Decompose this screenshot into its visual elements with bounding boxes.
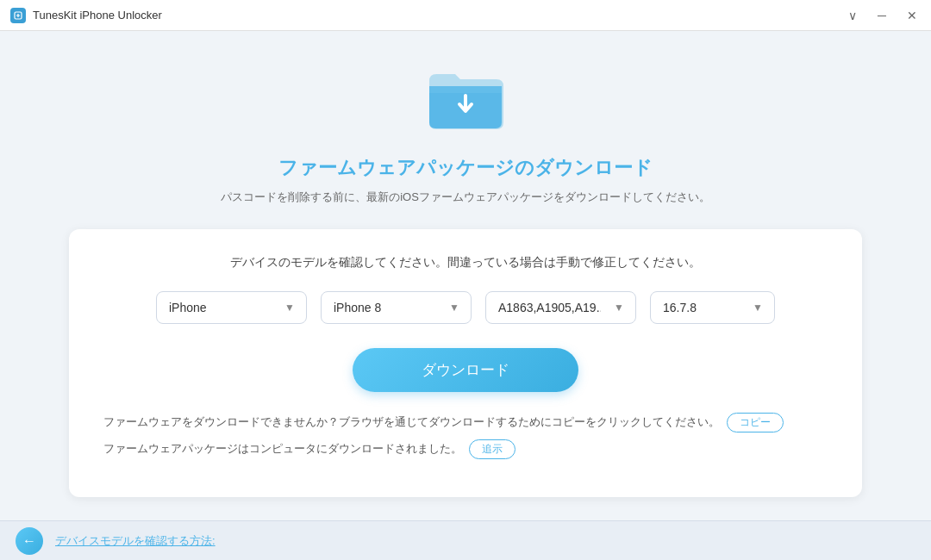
main-subtext: パスコードを削除する前に、最新のiOSファームウェアパッケージをダウンロードして… — [221, 190, 710, 205]
download-button[interactable]: ダウンロード — [353, 348, 578, 392]
app-icon — [10, 8, 26, 23]
title-bar: TunesKit iPhone Unlocker ∨ ─ ✕ — [0, 0, 931, 31]
title-bar-left: TunesKit iPhone Unlocker — [10, 8, 162, 23]
back-button[interactable]: ← — [16, 527, 43, 555]
maximize-button[interactable]: ∨ — [845, 8, 860, 23]
main-content: ファームウェアパッケージのダウンロード パスコードを削除する前に、最新のiOSフ… — [0, 31, 931, 514]
title-bar-controls: ∨ ─ ✕ — [845, 8, 921, 23]
info-line-1: ファームウェアをダウンロードできませんか？ブラウザを通じてダウンロードするために… — [103, 413, 828, 432]
close-button[interactable]: ✕ — [903, 8, 921, 23]
device-dropdown[interactable]: iPhone iPad iPod — [156, 291, 307, 324]
download-button-wrap: ダウンロード — [103, 348, 828, 392]
info-line-2: ファームウェアパッケージはコンピュータにダウンロードされました。 追示 — [103, 439, 828, 459]
device-dropdown-wrap: iPhone iPad iPod ▼ — [156, 291, 307, 324]
version-dropdown-wrap: 16.7.8 16.7.7 16.7.6 15.8.3 ▼ — [650, 291, 775, 324]
copy-button[interactable]: コピー — [727, 413, 784, 432]
back-icon: ← — [22, 533, 36, 549]
info-line-1-text: ファームウェアをダウンロードできませんか？ブラウザを通じてダウンロードするために… — [103, 415, 720, 430]
model-dropdown-wrap: iPhone 8 iPhone 8 Plus iPhone 7 ▼ — [321, 291, 472, 324]
bottom-bar: ← デバイスモデルを確認する方法: — [0, 520, 931, 560]
card: デバイスのモデルを確認してください。間違っている場合は手動で修正してください。 … — [69, 229, 862, 497]
dropdowns-row: iPhone iPad iPod ▼ iPhone 8 iPhone 8 Plu… — [103, 291, 828, 324]
help-link[interactable]: デバイスモデルを確認する方法: — [55, 533, 216, 549]
identifier-dropdown[interactable]: A1863,A1905,A19... A1864,A1897,A1898 — [485, 291, 636, 324]
identifier-dropdown-wrap: A1863,A1905,A19... A1864,A1897,A1898 ▼ — [485, 291, 636, 324]
card-description: デバイスのモデルを確認してください。間違っている場合は手動で修正してください。 — [103, 255, 828, 271]
version-dropdown[interactable]: 16.7.8 16.7.7 16.7.6 15.8.3 — [650, 291, 775, 324]
model-dropdown[interactable]: iPhone 8 iPhone 8 Plus iPhone 7 — [321, 291, 472, 324]
app-title: TunesKit iPhone Unlocker — [33, 9, 162, 22]
main-heading: ファームウェアパッケージのダウンロード — [278, 155, 653, 181]
folder-icon-wrap — [422, 57, 509, 138]
info-line-2-text: ファームウェアパッケージはコンピュータにダウンロードされました。 — [103, 442, 462, 457]
folder-icon — [422, 57, 509, 134]
browse-button[interactable]: 追示 — [469, 439, 515, 459]
minimize-button[interactable]: ─ — [874, 8, 890, 23]
